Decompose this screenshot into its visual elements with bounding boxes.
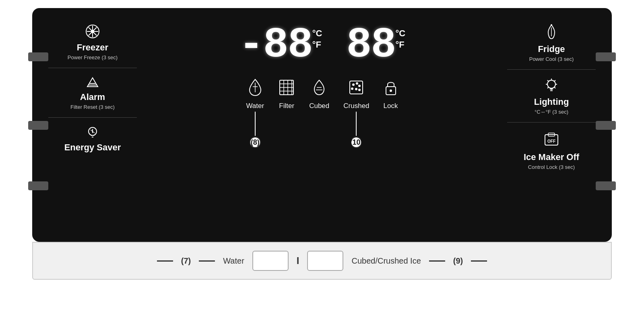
alarm-subtitle: Filter Reset (3 sec) — [70, 104, 115, 110]
freezer-icon — [85, 24, 100, 41]
svg-point-27 — [358, 89, 361, 91]
dispenser-water-text: Water — [223, 256, 244, 266]
svg-point-5 — [91, 30, 94, 33]
crushed-icon — [348, 79, 364, 99]
svg-line-40 — [547, 87, 549, 88]
freezer-temp-digits: -88 — [239, 24, 312, 67]
tab-handle-5[interactable] — [596, 121, 616, 130]
center-section: -88 °C °F 88 °C °F — [137, 20, 507, 148]
water-button[interactable]: Water — [246, 79, 264, 110]
dispenser-dash-9a — [429, 260, 445, 262]
control-panel: Freezer Power Freeze (3 sec) Alarm — [32, 8, 612, 242]
cubed-label: Cubed — [309, 102, 329, 110]
ice-maker-off-subtitle: Control Lock (3 sec) — [528, 164, 575, 170]
fridge-temp-fahrenheit: °F — [396, 40, 405, 50]
lighting-title: Lighting — [534, 97, 569, 107]
tab-handle-6[interactable] — [596, 181, 616, 190]
tab-handle-3[interactable] — [28, 181, 48, 190]
svg-point-29 — [390, 89, 392, 92]
tab-handle-2[interactable] — [28, 121, 48, 130]
filter-icon — [278, 79, 295, 99]
dispenser-dash-9b — [471, 260, 487, 262]
ice-maker-off-title: Ice Maker Off — [524, 152, 579, 162]
filter-button[interactable]: Filter — [278, 79, 295, 110]
crushed-button-group: Crushed (10) — [343, 79, 369, 148]
freezer-temp-display: -88 °C °F — [239, 24, 322, 67]
cubed-icon — [311, 79, 327, 99]
svg-point-23 — [356, 82, 358, 85]
fridge-title: Fridge — [538, 44, 565, 54]
crushed-pointer-num: (10) — [351, 137, 362, 148]
dispenser-cubed-crushed-text: Cubed/Crushed Ice — [351, 256, 421, 266]
fridge-control[interactable]: Fridge Power Cool (3 sec) — [507, 24, 596, 70]
right-section: Fridge Power Cool (3 sec) — [507, 20, 596, 177]
crushed-label: Crushed — [343, 102, 369, 110]
lighting-icon — [545, 78, 558, 95]
temperatures: -88 °C °F 88 °C °F — [239, 24, 405, 67]
water-pointer-line — [255, 112, 256, 136]
water-button-group: Water (8) — [246, 79, 264, 148]
fridge-temp-celsius: °C — [396, 28, 406, 39]
lock-label: Lock — [384, 102, 398, 110]
water-label: Water — [246, 102, 264, 110]
panel-inner: Freezer Power Freeze (3 sec) Alarm — [48, 20, 596, 177]
svg-line-39 — [554, 80, 555, 81]
energy-saver-control[interactable]: Energy Saver — [48, 126, 137, 160]
water-pointer-num: (8) — [250, 137, 261, 148]
svg-point-25 — [351, 87, 353, 90]
dispenser-dash-7b — [199, 260, 215, 262]
ice-maker-off-control[interactable]: OFF Ice Maker Off Control Lock (3 sec) — [507, 131, 596, 177]
fridge-temp-display: 88 °C °F — [347, 24, 406, 67]
dispenser-dash-7 — [157, 260, 173, 262]
crushed-button[interactable]: Crushed — [343, 79, 369, 110]
water-icon — [247, 79, 263, 99]
energy-saver-title: Energy Saver — [64, 142, 121, 153]
tab-handle-1[interactable] — [28, 52, 48, 61]
dispenser-label-7: (7) — [181, 256, 191, 266]
alarm-icon — [86, 76, 99, 90]
left-section: Freezer Power Freeze (3 sec) Alarm — [48, 20, 137, 160]
fridge-subtitle: Power Cool (3 sec) — [529, 56, 574, 62]
freezer-control[interactable]: Freezer Power Freeze (3 sec) — [48, 24, 137, 68]
dispenser-label-9: (9) — [453, 256, 463, 266]
freezer-title: Freezer — [77, 42, 108, 53]
cubed-button[interactable]: Cubed — [309, 79, 329, 110]
svg-point-24 — [358, 85, 361, 87]
freezer-subtitle: Power Freeze (3 sec) — [68, 54, 118, 60]
dispenser-ice-button[interactable] — [307, 251, 343, 271]
lock-button[interactable]: Lock — [384, 79, 398, 110]
ice-maker-off-icon: OFF — [543, 131, 560, 150]
tab-handle-4[interactable] — [596, 52, 616, 61]
svg-line-37 — [547, 80, 549, 81]
alarm-title: Alarm — [80, 92, 105, 102]
lighting-control[interactable]: Lighting °C↔°F (3 sec) — [507, 78, 596, 123]
freezer-temp-fahrenheit: °F — [312, 40, 321, 50]
svg-text:OFF: OFF — [547, 139, 555, 143]
alarm-control[interactable]: Alarm Filter Reset (3 sec) — [48, 76, 137, 118]
fridge-temp-units: °C °F — [396, 24, 406, 50]
lock-icon — [384, 79, 398, 99]
freezer-temp-units: °C °F — [312, 24, 322, 50]
filter-label: Filter — [279, 102, 294, 110]
bottom-buttons: Water (8) — [246, 79, 398, 148]
freezer-temp-celsius: °C — [312, 28, 322, 39]
dispenser-section: (7) Water I Cubed/Crushed Ice (9) — [32, 242, 612, 280]
dispenser-separator: I — [297, 255, 299, 266]
fridge-temp-digits: 88 — [347, 24, 396, 67]
svg-point-26 — [355, 88, 357, 90]
dispenser-water-button[interactable] — [252, 251, 289, 271]
crushed-pointer-line — [356, 112, 357, 136]
svg-line-38 — [554, 87, 555, 88]
lighting-subtitle: °C↔°F (3 sec) — [535, 109, 568, 115]
outer-wrapper: (1) (2) (3) (4) (5) (6) — [32, 8, 612, 280]
energy-saver-icon — [85, 126, 100, 141]
svg-point-22 — [352, 83, 355, 86]
svg-point-31 — [551, 24, 552, 26]
fridge-icon — [544, 24, 559, 42]
